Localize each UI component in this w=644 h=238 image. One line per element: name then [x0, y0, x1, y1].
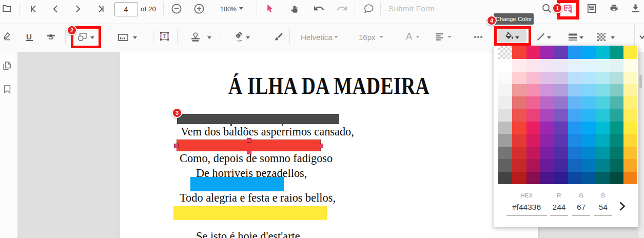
svg-text:T: T: [163, 33, 166, 39]
